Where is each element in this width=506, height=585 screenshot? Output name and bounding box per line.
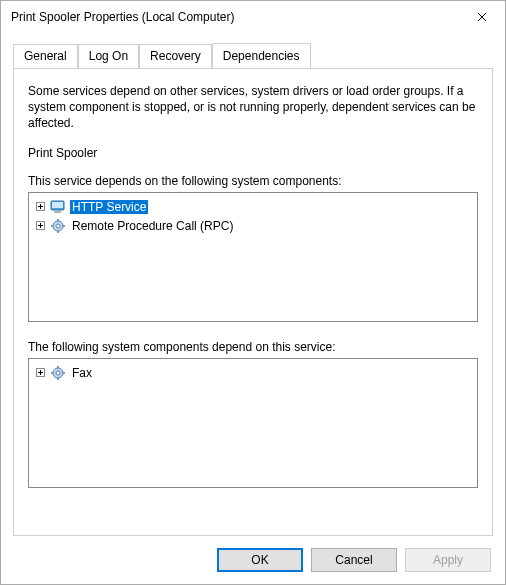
gear-icon: [49, 365, 67, 381]
computer-icon: [49, 199, 67, 215]
tabstrip: General Log On Recovery Dependencies: [13, 43, 493, 68]
description-text: Some services depend on other services, …: [28, 83, 478, 132]
titlebar: Print Spooler Properties (Local Computer…: [1, 1, 505, 33]
tab-label: General: [24, 49, 67, 63]
tree-item[interactable]: HTTP Service: [35, 198, 471, 216]
expand-icon[interactable]: [35, 367, 46, 378]
tabpanel-dependencies: Some services depend on other services, …: [13, 68, 493, 536]
expand-icon[interactable]: [35, 201, 46, 212]
tree-item[interactable]: Remote Procedure Call (RPC): [35, 217, 471, 235]
tree-item[interactable]: Fax: [35, 364, 471, 382]
button-bar: OK Cancel Apply: [1, 536, 505, 584]
tab-logon[interactable]: Log On: [78, 44, 139, 69]
tab-general[interactable]: General: [13, 44, 78, 69]
tab-label: Dependencies: [223, 49, 300, 63]
depends-on-label: This service depends on the following sy…: [28, 174, 478, 188]
close-icon: [477, 12, 487, 22]
service-name: Print Spooler: [28, 146, 478, 160]
close-button[interactable]: [459, 1, 505, 33]
dependents-tree[interactable]: Fax: [28, 358, 478, 488]
svg-point-13: [56, 371, 60, 375]
ok-button[interactable]: OK: [217, 548, 303, 572]
dependents-label: The following system components depend o…: [28, 340, 478, 354]
expand-icon[interactable]: [35, 220, 46, 231]
tab-dependencies[interactable]: Dependencies: [212, 43, 311, 68]
tree-item-label: HTTP Service: [70, 200, 148, 214]
apply-button[interactable]: Apply: [405, 548, 491, 572]
gear-icon: [49, 218, 67, 234]
depends-on-tree[interactable]: HTTP Service Remote Procedure Call (RPC): [28, 192, 478, 322]
tab-label: Log On: [89, 49, 128, 63]
dialog-window: Print Spooler Properties (Local Computer…: [0, 0, 506, 585]
content-area: General Log On Recovery Dependencies Som…: [1, 33, 505, 536]
tab-recovery[interactable]: Recovery: [139, 44, 212, 69]
svg-rect-2: [52, 202, 63, 208]
tree-item-label: Remote Procedure Call (RPC): [70, 219, 235, 233]
tree-item-label: Fax: [70, 366, 94, 380]
svg-rect-3: [54, 211, 61, 213]
window-title: Print Spooler Properties (Local Computer…: [11, 10, 234, 24]
svg-point-6: [56, 224, 60, 228]
cancel-button[interactable]: Cancel: [311, 548, 397, 572]
tab-label: Recovery: [150, 49, 201, 63]
